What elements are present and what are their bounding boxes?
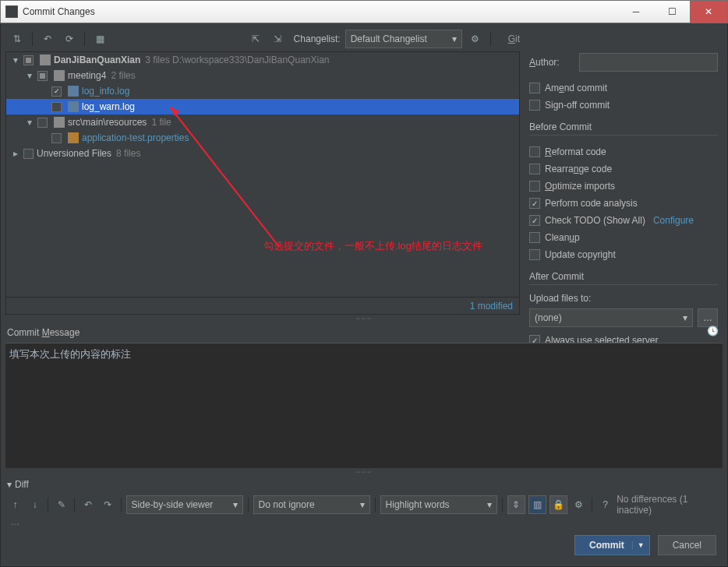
- signoff-checkbox[interactable]: [529, 100, 540, 111]
- analysis-checkbox[interactable]: [529, 198, 540, 209]
- changelist-label: Changelist:: [294, 33, 341, 44]
- optimize-label: Optimize imports: [545, 181, 615, 192]
- tree-file-apptest[interactable]: application-test.properties: [6, 130, 519, 146]
- rearrange-label: Rearrange code: [545, 164, 612, 174]
- commit-button[interactable]: Commit▼: [574, 535, 650, 555]
- copyright-label: Update copyright: [545, 249, 616, 260]
- amend-label: Amend commit: [545, 83, 607, 93]
- expand-icon[interactable]: ⇱: [247, 30, 264, 48]
- optimize-checkbox[interactable]: [529, 181, 540, 192]
- rearrange-checkbox[interactable]: [529, 164, 540, 174]
- file-icon: [68, 101, 79, 112]
- commit-message-label: Commit Message: [7, 327, 80, 338]
- diff-toolbar: ↑ ↓ ✎ ↶ ↷ Side-by-side viewer▾ Do not ig…: [5, 493, 723, 516]
- no-diff-label: No differences (1 inactive): [617, 494, 721, 516]
- changelist-settings-icon[interactable]: ⚙: [467, 30, 484, 48]
- tree-folder-meeting4[interactable]: ▾ meeting42 files: [6, 68, 519, 83]
- minimize-button[interactable]: ─: [618, 1, 654, 23]
- lock-icon[interactable]: 🔒: [550, 495, 567, 514]
- folder-icon: [54, 70, 65, 81]
- collapse-unchanged-icon[interactable]: ⇕: [507, 495, 525, 514]
- modified-status: 1 modified: [6, 297, 519, 314]
- properties-icon: [68, 132, 79, 143]
- resize-handle[interactable]: ┅┅┅: [5, 468, 723, 476]
- resize-handle[interactable]: ┅┅┅: [5, 315, 723, 322]
- prev-file-icon[interactable]: ↶: [80, 496, 96, 513]
- configure-link[interactable]: Configure: [653, 215, 694, 226]
- undo-icon[interactable]: ↶: [39, 30, 56, 48]
- changes-tree[interactable]: ▾ DanJiBanQuanXian3 files D:\workspace33…: [6, 52, 519, 297]
- dialog-footer: Commit▼ Cancel: [5, 529, 723, 562]
- signoff-label: Sign-off commit: [545, 100, 610, 111]
- annotation-text: 勾选提交的文件，一般不上传.log结尾的日志文件: [263, 239, 482, 253]
- tree-file-log-warn[interactable]: log_warn.log: [6, 99, 519, 114]
- copyright-checkbox[interactable]: [529, 249, 540, 260]
- todo-label: Check TODO (Show All): [545, 215, 645, 226]
- amend-checkbox[interactable]: [529, 83, 540, 93]
- next-diff-icon[interactable]: ↓: [27, 496, 43, 513]
- tree-folder-src[interactable]: ▾ src\main\resources1 file: [6, 114, 519, 130]
- viewer-combo[interactable]: Side-by-side viewer▾: [126, 495, 243, 514]
- cancel-button[interactable]: Cancel: [658, 535, 716, 555]
- cleanup-checkbox[interactable]: [529, 232, 540, 243]
- reformat-checkbox[interactable]: [529, 146, 540, 157]
- tree-root[interactable]: ▾ DanJiBanQuanXian3 files D:\workspace33…: [6, 52, 519, 68]
- help-icon[interactable]: ?: [597, 496, 613, 513]
- next-file-icon[interactable]: ↷: [100, 496, 116, 513]
- folder-icon: [54, 117, 65, 128]
- prev-diff-icon[interactable]: ↑: [7, 496, 23, 513]
- after-commit-title: After Commit: [529, 271, 718, 285]
- folder-icon: [40, 55, 51, 65]
- history-icon[interactable]: 🕓: [707, 326, 721, 340]
- filter-icon[interactable]: ⇅: [9, 30, 26, 48]
- ignore-combo[interactable]: Do not ignore▾: [253, 495, 370, 514]
- settings-icon[interactable]: ⚙: [571, 496, 587, 513]
- cleanup-label: Cleanup: [545, 232, 580, 243]
- before-commit-title: Before Commit: [529, 122, 718, 136]
- highlight-combo[interactable]: Highlight words▾: [380, 495, 497, 514]
- app-icon: [5, 5, 18, 18]
- titlebar: Commit Changes ─ ☐ ✕: [0, 0, 728, 23]
- close-button[interactable]: ✕: [690, 1, 727, 23]
- edit-icon[interactable]: ✎: [53, 496, 69, 513]
- top-toolbar: ⇅ ↶ ⟳ ▦ ⇱ ⇲ Changelist: Default Changeli…: [5, 28, 723, 50]
- git-label: Git: [508, 33, 520, 44]
- commit-message-input[interactable]: 填写本次上传的内容的标注: [5, 343, 723, 468]
- refresh-icon[interactable]: ⟳: [61, 30, 78, 48]
- diff-path: …: [5, 516, 723, 529]
- author-input[interactable]: [579, 53, 718, 72]
- file-icon: [68, 86, 79, 97]
- dialog-content: ⇅ ↶ ⟳ ▦ ⇱ ⇲ Changelist: Default Changeli…: [0, 23, 728, 567]
- author-label: Author:: [529, 57, 573, 68]
- upload-label: Upload files to:: [529, 293, 718, 304]
- changelist-combo[interactable]: Default Changelist▾: [345, 30, 462, 48]
- tree-file-log-info[interactable]: ✓ log_info.log: [6, 83, 519, 99]
- group-icon[interactable]: ▦: [91, 30, 108, 48]
- sync-scroll-icon[interactable]: ▥: [528, 495, 546, 514]
- todo-checkbox[interactable]: [529, 215, 540, 226]
- commit-dropdown-icon[interactable]: ▼: [632, 541, 645, 549]
- collapse-icon[interactable]: ⇲: [269, 30, 286, 48]
- tree-unversioned[interactable]: ▸ Unversioned Files8 files: [6, 146, 519, 161]
- reformat-label: Reformat code: [545, 146, 606, 157]
- diff-header[interactable]: ▾Diff: [5, 476, 723, 493]
- analysis-label: Perform code analysis: [545, 198, 638, 209]
- maximize-button[interactable]: ☐: [654, 1, 690, 23]
- window-title: Commit Changes: [23, 6, 618, 17]
